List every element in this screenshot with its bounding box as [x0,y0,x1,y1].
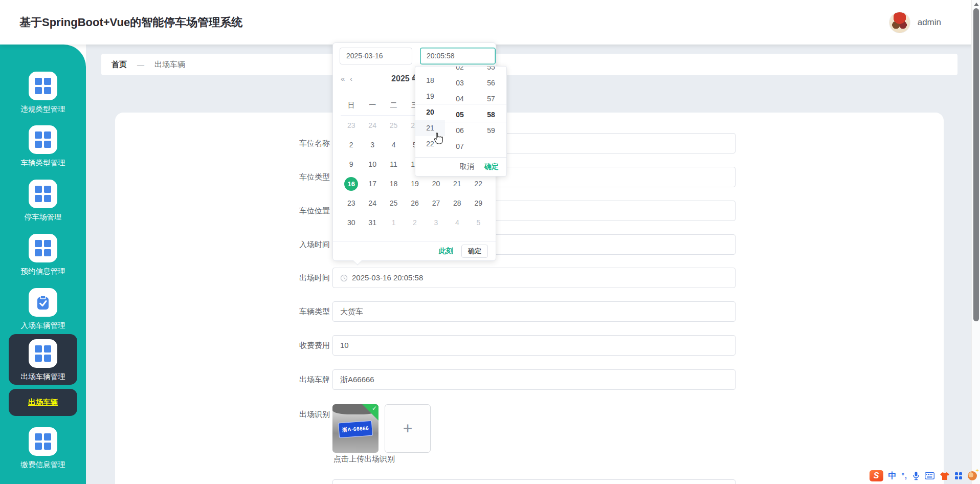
minute-option[interactable]: 05 [445,107,475,123]
username: admin [918,17,941,28]
second-option[interactable]: 55 [475,67,506,75]
keyboard-icon[interactable] [925,472,934,479]
form-row-exit-time: 出场时间 2025-03-16 20:05:58 [0,268,980,288]
calendar-day[interactable]: 25 [383,193,404,213]
field-label: 出场识别 [215,404,330,425]
calendar-day[interactable]: 27 [426,193,447,213]
calendar-day[interactable]: 21 [447,174,467,193]
license-plate-image: 浙A·66666 [338,421,373,438]
sidebar: 违规类型管理 车辆类型管理 停车场管理 预约信息管理 入场车辆管理 出场车辆管理… [0,45,86,484]
time-dropdown-footer: 取消 确定 [415,157,506,176]
field-label: 车位名称 [215,133,330,153]
grid-icon [29,427,57,456]
field-label: 车位位置 [215,201,330,221]
calendar-day[interactable]: 5 [468,213,489,232]
calendar-day[interactable]: 19 [404,174,425,193]
calendar-day[interactable]: 26 [404,193,425,213]
minute-option[interactable]: 06 [445,123,475,139]
calendar-day[interactable]: 18 [383,174,404,193]
seconds-column: 5556575859 [475,67,506,151]
emoji-fox-icon[interactable] [968,471,977,480]
clock-icon [340,274,348,282]
picker-confirm-button[interactable]: 确定 [461,245,488,258]
exit-plate-input[interactable]: 浙A66666 [332,369,736,390]
calendar-day[interactable]: 3 [426,213,447,232]
field-label: 出场时间 [215,268,330,288]
mouse-cursor [433,132,444,145]
scroll-up-arrow-icon[interactable] [974,3,979,6]
second-option[interactable]: 59 [475,123,506,139]
calendar-day[interactable]: 2 [341,135,362,155]
prev-year-button[interactable]: « [341,70,345,88]
calendar-day[interactable]: 3 [362,135,383,155]
window-scrollbar[interactable] [971,0,980,484]
calendar-day[interactable]: 4 [447,213,467,232]
prev-month-button[interactable]: ‹ [350,70,352,88]
calendar-day[interactable]: 23 [341,193,362,213]
calendar-day[interactable]: 31 [362,213,383,232]
vehicle-type-input[interactable]: 大货车 [332,301,736,322]
sidebar-item-violation-type[interactable]: 违规类型管理 [0,72,86,114]
calendar-day[interactable]: 23 [341,116,362,135]
calendar-day[interactable]: 29 [468,193,489,213]
chinese-mode-icon[interactable]: 中 [888,471,897,481]
calendar-day[interactable]: 17 [362,174,383,193]
calendar-day[interactable]: 25 [383,116,404,135]
ime-toolbar: S 中 °, [870,469,977,482]
avatar[interactable] [889,12,910,33]
minute-option[interactable]: 03 [445,75,475,91]
field-label: 入场时间 [215,234,330,255]
calendar-day[interactable]: 28 [447,193,467,213]
calendar-day[interactable]: 9 [341,155,362,174]
microphone-icon[interactable] [912,471,920,480]
calendar-day[interactable]: 20 [426,174,447,193]
minute-option[interactable]: 02 [445,67,475,75]
calendar-day[interactable]: 10 [362,155,383,174]
minute-option[interactable]: 07 [445,139,475,151]
hour-option[interactable]: 19 [415,89,445,104]
calendar-day[interactable]: 2 [404,213,425,232]
app-header: 基于SpringBoot+Vue的智能停车场管理系统 admin [0,0,980,45]
calendar-day[interactable]: 22 [468,174,489,193]
user-menu[interactable]: admin [889,0,941,45]
skin-shirt-icon[interactable] [940,472,950,480]
hour-option[interactable]: 20 [415,104,445,120]
breadcrumb: 首页 — 出场车辆 [101,54,957,75]
second-option[interactable]: 58 [475,107,506,123]
plus-icon: + [403,419,413,438]
field-label: 车位类型 [215,167,330,187]
calendar-day[interactable]: 30 [341,213,362,232]
minutes-column: 020304050607 [445,67,475,151]
fee-input[interactable]: 10 [332,335,736,356]
now-link[interactable]: 此刻 [439,247,453,256]
second-option[interactable]: 57 [475,91,506,107]
second-option[interactable]: 56 [475,75,506,91]
calendar-day[interactable]: 16 [341,174,362,193]
calendar-day[interactable]: 24 [362,116,383,135]
upload-button[interactable]: + [385,404,431,453]
sidebar-subitem-exit-vehicle[interactable]: 出场车辆 [9,389,77,416]
weekday-label: 一 [362,95,383,115]
calendar-day[interactable]: 24 [362,193,383,213]
sogou-logo-icon[interactable]: S [870,470,883,481]
time-spinner: 1819202122 020304050607 5556575859 [415,67,506,158]
calendar-day[interactable]: 11 [383,155,404,174]
calendar-day[interactable]: 1 [383,213,404,232]
picker-date-input[interactable]: 2025-03-16 [340,48,412,64]
form-row-exit-plate: 出场车牌 浙A66666 [0,369,980,390]
toolbox-grid-icon[interactable] [955,472,963,480]
next-field-input[interactable] [332,479,736,484]
exit-time-input[interactable]: 2025-03-16 20:05:58 [332,268,736,288]
time-cancel-button[interactable]: 取消 [460,162,474,171]
scrollbar-thumb[interactable] [973,8,979,321]
breadcrumb-home[interactable]: 首页 [112,60,127,70]
field-label: 收费费用 [215,335,330,356]
punctuation-icon[interactable]: °, [902,472,908,480]
calendar-day[interactable]: 4 [383,135,404,155]
minute-option[interactable]: 04 [445,91,475,107]
picker-time-input[interactable]: 20:05:58 [420,48,496,64]
uploaded-image-thumbnail[interactable]: 浙A·66666 ✓ [332,404,378,453]
time-confirm-button[interactable]: 确定 [484,162,499,171]
sidebar-item-payment-info[interactable]: 缴费信息管理 [0,427,86,470]
hour-option[interactable]: 18 [415,73,445,89]
